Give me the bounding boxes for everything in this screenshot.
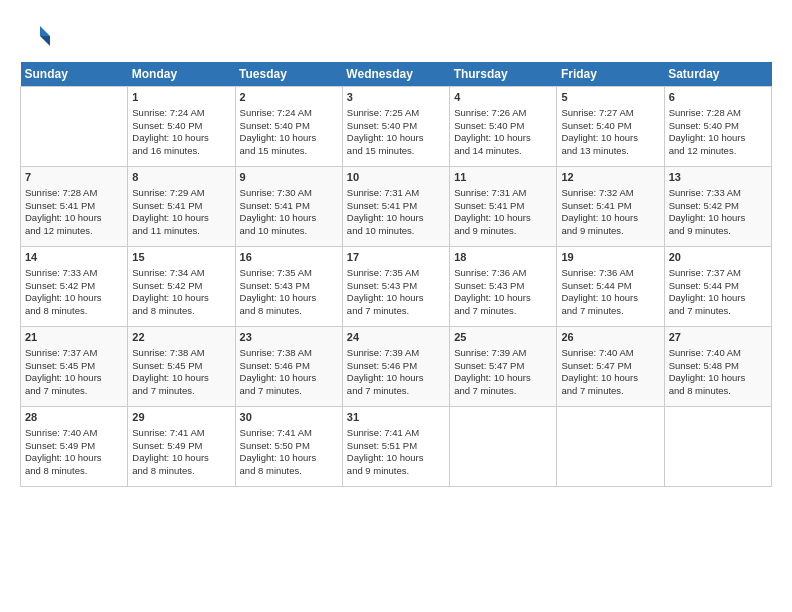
calendar-header-row: SundayMondayTuesdayWednesdayThursdayFrid… — [21, 62, 772, 87]
page-container: SundayMondayTuesdayWednesdayThursdayFrid… — [0, 0, 792, 497]
calendar-day-cell: 14Sunrise: 7:33 AM Sunset: 5:42 PM Dayli… — [21, 247, 128, 327]
svg-marker-1 — [40, 36, 50, 46]
calendar-week-row: 28Sunrise: 7:40 AM Sunset: 5:49 PM Dayli… — [21, 407, 772, 487]
day-info: Sunrise: 7:32 AM Sunset: 5:41 PM Dayligh… — [561, 187, 659, 238]
day-info: Sunrise: 7:36 AM Sunset: 5:43 PM Dayligh… — [454, 267, 552, 318]
calendar-day-cell: 9Sunrise: 7:30 AM Sunset: 5:41 PM Daylig… — [235, 167, 342, 247]
day-info: Sunrise: 7:38 AM Sunset: 5:45 PM Dayligh… — [132, 347, 230, 398]
calendar-day-cell: 18Sunrise: 7:36 AM Sunset: 5:43 PM Dayli… — [450, 247, 557, 327]
day-info: Sunrise: 7:30 AM Sunset: 5:41 PM Dayligh… — [240, 187, 338, 238]
day-number: 9 — [240, 170, 338, 185]
calendar-table: SundayMondayTuesdayWednesdayThursdayFrid… — [20, 62, 772, 487]
calendar-header-cell: Tuesday — [235, 62, 342, 87]
day-info: Sunrise: 7:38 AM Sunset: 5:46 PM Dayligh… — [240, 347, 338, 398]
calendar-week-row: 7Sunrise: 7:28 AM Sunset: 5:41 PM Daylig… — [21, 167, 772, 247]
calendar-day-cell — [450, 407, 557, 487]
day-info: Sunrise: 7:36 AM Sunset: 5:44 PM Dayligh… — [561, 267, 659, 318]
calendar-header-cell: Thursday — [450, 62, 557, 87]
day-info: Sunrise: 7:40 AM Sunset: 5:48 PM Dayligh… — [669, 347, 767, 398]
day-info: Sunrise: 7:26 AM Sunset: 5:40 PM Dayligh… — [454, 107, 552, 158]
calendar-day-cell: 28Sunrise: 7:40 AM Sunset: 5:49 PM Dayli… — [21, 407, 128, 487]
calendar-day-cell: 24Sunrise: 7:39 AM Sunset: 5:46 PM Dayli… — [342, 327, 449, 407]
day-number: 10 — [347, 170, 445, 185]
day-info: Sunrise: 7:27 AM Sunset: 5:40 PM Dayligh… — [561, 107, 659, 158]
day-info: Sunrise: 7:28 AM Sunset: 5:40 PM Dayligh… — [669, 107, 767, 158]
calendar-day-cell: 26Sunrise: 7:40 AM Sunset: 5:47 PM Dayli… — [557, 327, 664, 407]
day-info: Sunrise: 7:41 AM Sunset: 5:49 PM Dayligh… — [132, 427, 230, 478]
calendar-day-cell: 27Sunrise: 7:40 AM Sunset: 5:48 PM Dayli… — [664, 327, 771, 407]
day-number: 16 — [240, 250, 338, 265]
calendar-day-cell: 15Sunrise: 7:34 AM Sunset: 5:42 PM Dayli… — [128, 247, 235, 327]
calendar-day-cell: 10Sunrise: 7:31 AM Sunset: 5:41 PM Dayli… — [342, 167, 449, 247]
calendar-day-cell — [557, 407, 664, 487]
calendar-day-cell: 21Sunrise: 7:37 AM Sunset: 5:45 PM Dayli… — [21, 327, 128, 407]
day-number: 25 — [454, 330, 552, 345]
day-info: Sunrise: 7:39 AM Sunset: 5:46 PM Dayligh… — [347, 347, 445, 398]
header — [20, 18, 772, 52]
calendar-day-cell: 2Sunrise: 7:24 AM Sunset: 5:40 PM Daylig… — [235, 87, 342, 167]
calendar-day-cell: 17Sunrise: 7:35 AM Sunset: 5:43 PM Dayli… — [342, 247, 449, 327]
calendar-day-cell: 29Sunrise: 7:41 AM Sunset: 5:49 PM Dayli… — [128, 407, 235, 487]
logo-icon — [20, 22, 50, 52]
day-info: Sunrise: 7:41 AM Sunset: 5:51 PM Dayligh… — [347, 427, 445, 478]
day-info: Sunrise: 7:28 AM Sunset: 5:41 PM Dayligh… — [25, 187, 123, 238]
day-info: Sunrise: 7:41 AM Sunset: 5:50 PM Dayligh… — [240, 427, 338, 478]
calendar-day-cell — [21, 87, 128, 167]
calendar-day-cell: 6Sunrise: 7:28 AM Sunset: 5:40 PM Daylig… — [664, 87, 771, 167]
day-info: Sunrise: 7:35 AM Sunset: 5:43 PM Dayligh… — [240, 267, 338, 318]
calendar-header-cell: Monday — [128, 62, 235, 87]
day-number: 14 — [25, 250, 123, 265]
day-info: Sunrise: 7:40 AM Sunset: 5:49 PM Dayligh… — [25, 427, 123, 478]
logo — [20, 22, 53, 52]
day-number: 8 — [132, 170, 230, 185]
day-info: Sunrise: 7:33 AM Sunset: 5:42 PM Dayligh… — [25, 267, 123, 318]
calendar-body: 1Sunrise: 7:24 AM Sunset: 5:40 PM Daylig… — [21, 87, 772, 487]
day-info: Sunrise: 7:34 AM Sunset: 5:42 PM Dayligh… — [132, 267, 230, 318]
svg-marker-0 — [40, 26, 50, 36]
calendar-day-cell: 4Sunrise: 7:26 AM Sunset: 5:40 PM Daylig… — [450, 87, 557, 167]
day-info: Sunrise: 7:40 AM Sunset: 5:47 PM Dayligh… — [561, 347, 659, 398]
day-info: Sunrise: 7:37 AM Sunset: 5:44 PM Dayligh… — [669, 267, 767, 318]
calendar-header-cell: Saturday — [664, 62, 771, 87]
day-number: 7 — [25, 170, 123, 185]
day-number: 21 — [25, 330, 123, 345]
day-number: 17 — [347, 250, 445, 265]
calendar-day-cell: 11Sunrise: 7:31 AM Sunset: 5:41 PM Dayli… — [450, 167, 557, 247]
day-number: 13 — [669, 170, 767, 185]
day-info: Sunrise: 7:37 AM Sunset: 5:45 PM Dayligh… — [25, 347, 123, 398]
calendar-day-cell: 8Sunrise: 7:29 AM Sunset: 5:41 PM Daylig… — [128, 167, 235, 247]
calendar-week-row: 14Sunrise: 7:33 AM Sunset: 5:42 PM Dayli… — [21, 247, 772, 327]
day-info: Sunrise: 7:24 AM Sunset: 5:40 PM Dayligh… — [240, 107, 338, 158]
day-number: 12 — [561, 170, 659, 185]
day-number: 22 — [132, 330, 230, 345]
calendar-header-cell: Friday — [557, 62, 664, 87]
day-number: 26 — [561, 330, 659, 345]
day-info: Sunrise: 7:31 AM Sunset: 5:41 PM Dayligh… — [347, 187, 445, 238]
calendar-day-cell: 20Sunrise: 7:37 AM Sunset: 5:44 PM Dayli… — [664, 247, 771, 327]
day-number: 6 — [669, 90, 767, 105]
day-number: 23 — [240, 330, 338, 345]
calendar-day-cell: 7Sunrise: 7:28 AM Sunset: 5:41 PM Daylig… — [21, 167, 128, 247]
day-number: 27 — [669, 330, 767, 345]
day-number: 2 — [240, 90, 338, 105]
calendar-day-cell — [664, 407, 771, 487]
day-number: 18 — [454, 250, 552, 265]
day-number: 4 — [454, 90, 552, 105]
calendar-day-cell: 5Sunrise: 7:27 AM Sunset: 5:40 PM Daylig… — [557, 87, 664, 167]
calendar-week-row: 1Sunrise: 7:24 AM Sunset: 5:40 PM Daylig… — [21, 87, 772, 167]
calendar-day-cell: 12Sunrise: 7:32 AM Sunset: 5:41 PM Dayli… — [557, 167, 664, 247]
day-number: 20 — [669, 250, 767, 265]
calendar-day-cell: 19Sunrise: 7:36 AM Sunset: 5:44 PM Dayli… — [557, 247, 664, 327]
day-info: Sunrise: 7:29 AM Sunset: 5:41 PM Dayligh… — [132, 187, 230, 238]
day-info: Sunrise: 7:39 AM Sunset: 5:47 PM Dayligh… — [454, 347, 552, 398]
day-number: 28 — [25, 410, 123, 425]
day-info: Sunrise: 7:31 AM Sunset: 5:41 PM Dayligh… — [454, 187, 552, 238]
day-number: 11 — [454, 170, 552, 185]
day-number: 30 — [240, 410, 338, 425]
calendar-day-cell: 25Sunrise: 7:39 AM Sunset: 5:47 PM Dayli… — [450, 327, 557, 407]
calendar-header-cell: Wednesday — [342, 62, 449, 87]
day-info: Sunrise: 7:35 AM Sunset: 5:43 PM Dayligh… — [347, 267, 445, 318]
calendar-day-cell: 13Sunrise: 7:33 AM Sunset: 5:42 PM Dayli… — [664, 167, 771, 247]
day-info: Sunrise: 7:33 AM Sunset: 5:42 PM Dayligh… — [669, 187, 767, 238]
calendar-day-cell: 23Sunrise: 7:38 AM Sunset: 5:46 PM Dayli… — [235, 327, 342, 407]
